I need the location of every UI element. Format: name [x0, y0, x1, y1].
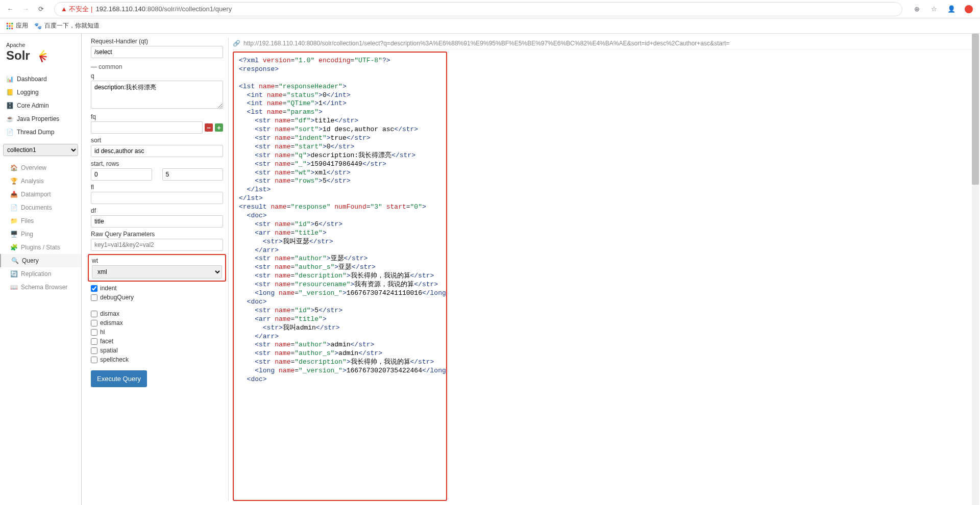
- svg-point-7: [9, 27, 11, 29]
- nav-logging[interactable]: 📒Logging: [0, 86, 81, 99]
- q-input[interactable]: description:我长得漂亮: [91, 81, 223, 109]
- subnav-schema-label: Schema Browser: [21, 284, 67, 291]
- subnav-documents[interactable]: 📄Documents: [0, 201, 81, 214]
- q-label: q: [91, 72, 223, 80]
- rawq-label: Raw Query Parameters: [91, 231, 223, 238]
- logo-solr-text: Solr: [6, 48, 30, 63]
- execute-query-button[interactable]: Execute Query: [91, 370, 147, 387]
- replication-icon: 🔄: [10, 270, 17, 277]
- star-icon[interactable]: ☆: [929, 4, 939, 14]
- edismax-checkbox[interactable]: [91, 320, 97, 326]
- edismax-label: edismax: [100, 319, 123, 326]
- facet-checkbox[interactable]: [91, 338, 97, 345]
- fl-input[interactable]: [91, 192, 223, 204]
- nav-thread-dump[interactable]: 📄Thread Dump: [0, 125, 81, 139]
- indent-checkbox[interactable]: [91, 285, 97, 292]
- apps-bookmark[interactable]: 应用: [6, 21, 28, 30]
- reload-button[interactable]: ⟳: [35, 3, 47, 15]
- zoom-icon[interactable]: ⊕: [912, 4, 922, 14]
- xml-response: <?xml version="1.0" encoding="UTF-8"?> <…: [233, 52, 447, 501]
- spatial-checkbox[interactable]: [91, 347, 97, 354]
- core-selector[interactable]: collection1: [3, 144, 78, 156]
- sun-icon: [31, 47, 48, 64]
- subnav-files[interactable]: 📁Files: [0, 214, 81, 228]
- subnav-overview[interactable]: 🏠Overview: [0, 161, 81, 174]
- subnav-query[interactable]: 🔍Query: [0, 254, 81, 267]
- subnav-analysis[interactable]: 🏆Analysis: [0, 174, 81, 188]
- overview-icon: 🏠: [10, 164, 17, 171]
- subnav-replication[interactable]: 🔄Replication: [0, 267, 81, 281]
- subnav-schema[interactable]: 📖Schema Browser: [0, 281, 81, 294]
- nav-core-admin[interactable]: 🗄️Core Admin: [0, 99, 81, 112]
- spellcheck-label: spellcheck: [100, 356, 129, 363]
- back-button[interactable]: ←: [4, 3, 16, 15]
- svg-point-8: [11, 27, 13, 29]
- subnav-ping[interactable]: 🖥️Ping: [0, 228, 81, 241]
- nav-dashboard[interactable]: 📊Dashboard: [0, 72, 81, 86]
- startrows-label: start, rows: [91, 160, 223, 167]
- nav-thread-dump-label: Thread Dump: [17, 129, 54, 136]
- subnav-plugins[interactable]: 🧩Plugins / Stats: [0, 241, 81, 254]
- qt-input[interactable]: [91, 46, 223, 58]
- sidebar: Apache Solr 📊Dashboard 📒Logging 🗄️Core A…: [0, 34, 82, 505]
- wt-label: wt: [92, 257, 222, 264]
- forward-button[interactable]: →: [19, 3, 32, 15]
- subnav-query-label: Query: [22, 257, 39, 264]
- subnav-overview-label: Overview: [21, 164, 46, 171]
- svg-point-0: [7, 22, 9, 24]
- fq-remove-button[interactable]: −: [205, 123, 213, 132]
- query-icon: 🔍: [11, 257, 18, 264]
- fq-label: fq: [91, 113, 223, 120]
- svg-point-3: [7, 25, 9, 27]
- df-input[interactable]: [91, 215, 223, 228]
- sort-input[interactable]: [91, 145, 223, 157]
- fq-input[interactable]: [91, 121, 203, 134]
- nav-logging-label: Logging: [17, 89, 39, 96]
- spatial-label: spatial: [100, 347, 118, 354]
- svg-point-2: [11, 22, 13, 24]
- bookmark-baidu[interactable]: 🐾 百度一下，你就知道: [34, 21, 100, 30]
- nav-dashboard-label: Dashboard: [17, 75, 47, 83]
- dismax-checkbox[interactable]: [91, 311, 97, 317]
- documents-icon: 📄: [10, 204, 17, 211]
- insecure-warning: ▲ 不安全 |: [61, 5, 92, 14]
- subnav-plugins-label: Plugins / Stats: [21, 244, 60, 251]
- plugins-icon: 🧩: [10, 244, 17, 251]
- logo: Apache Solr: [0, 39, 81, 72]
- url-bar[interactable]: ▲ 不安全 | 192.168.110.140 :8080/solr/#/col…: [54, 2, 902, 16]
- extension-icon[interactable]: [964, 4, 974, 14]
- qt-label: Request-Handler (qt): [91, 38, 223, 45]
- subnav-replication-label: Replication: [21, 270, 51, 277]
- common-section[interactable]: — common: [91, 61, 223, 72]
- subnav-dataimport-label: Dataimport: [21, 191, 51, 198]
- files-icon: 📁: [10, 217, 17, 224]
- apps-icon: [6, 22, 13, 30]
- rows-input[interactable]: [162, 168, 224, 181]
- scrollbar[interactable]: [972, 34, 979, 505]
- dismax-label: dismax: [100, 310, 119, 317]
- subnav-dataimport[interactable]: 📥Dataimport: [0, 188, 81, 201]
- nav-java-props-label: Java Properties: [17, 115, 59, 122]
- svg-point-1: [9, 22, 11, 24]
- baidu-icon: 🐾: [34, 22, 42, 30]
- java-icon: ☕: [6, 115, 13, 122]
- spellcheck-checkbox[interactable]: [91, 357, 97, 363]
- hl-checkbox[interactable]: [91, 329, 97, 336]
- start-input[interactable]: [91, 168, 152, 181]
- fl-label: fl: [91, 184, 223, 191]
- profile-icon[interactable]: 👤: [946, 4, 957, 14]
- rawq-input[interactable]: [91, 239, 223, 251]
- wt-select[interactable]: xml: [92, 265, 222, 279]
- nav-java-props[interactable]: ☕Java Properties: [0, 112, 81, 125]
- core-admin-icon: 🗄️: [6, 102, 13, 109]
- nav-core-admin-label: Core Admin: [17, 102, 49, 109]
- subnav-files-label: Files: [21, 217, 34, 224]
- result-url-bar: 🔗 http://192.168.110.140:8080/solr/colle…: [233, 38, 976, 49]
- debugquery-checkbox[interactable]: [91, 294, 97, 301]
- subnav-ping-label: Ping: [21, 231, 33, 238]
- svg-point-5: [11, 25, 13, 27]
- fq-add-button[interactable]: +: [215, 123, 223, 132]
- result-url-icon: 🔗: [233, 40, 240, 47]
- result-url-link[interactable]: http://192.168.110.140:8080/solr/collect…: [243, 40, 729, 47]
- thread-icon: 📄: [6, 129, 13, 136]
